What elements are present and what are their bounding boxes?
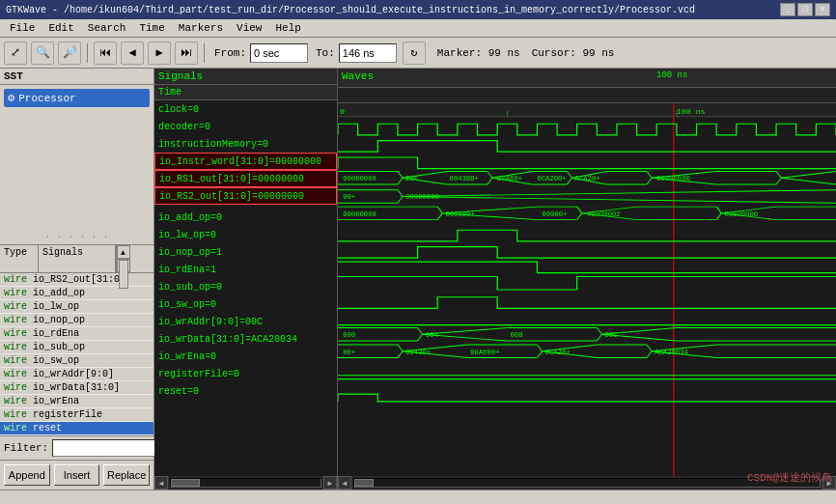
sig-lw-op: io_lw_op=0 [154,226,337,243]
marker-display: Marker: 99 ns [437,47,520,59]
signal-type: wire [4,369,33,379]
signal-type: wire [4,355,33,366]
sig-io-instr-word: io_Instr_word[31:0]=00000000 [154,153,337,170]
window-controls: _ □ × [780,3,830,16]
svg-text:00000000: 00000000 [656,175,690,182]
svg-text:100 ns: 100 ns [677,107,706,116]
list-item[interactable]: wire io_wrEna [0,395,153,408]
svg-text:8CA20+: 8CA20+ [545,349,571,356]
menu-bar: File Edit Search Time Markers View Help [0,19,836,38]
signal-name: io_wrData[31:0] [33,382,120,393]
list-item[interactable]: wire io_nop_op [0,314,153,327]
sig-decoder: decoder=0 [154,118,337,135]
waves-scroll-right[interactable]: ▶ [822,476,836,490]
waves-content[interactable]: 0 100 ns [338,103,836,476]
main-area: SST ⚙ Processor · · · · · · Type Signals… [0,69,836,490]
svg-text:8CA200+: 8CA200+ [537,175,566,182]
sig-instr-mem: instructionMemory=0 [154,135,337,153]
toolbar-separator-2 [204,43,205,63]
signals-middle-panel: Signals Time clock=0 decoder=0 instructi… [154,69,338,490]
to-label: To: [316,47,335,59]
maximize-button[interactable]: □ [797,3,813,16]
signal-name: io_nop_op [33,315,85,325]
list-item[interactable]: wire registerFile [0,408,153,422]
insert-button[interactable]: Insert [54,464,100,486]
reload-button[interactable]: ↻ [403,42,426,65]
scroll-thumb[interactable] [119,260,128,289]
menu-help[interactable]: Help [269,20,306,36]
waves-header: Waves 100 ns [338,69,836,88]
menu-edit[interactable]: Edit [42,20,79,36]
svg-rect-1 [338,103,836,118]
menu-file[interactable]: File [4,20,41,36]
svg-text:000000+: 000000+ [445,210,474,218]
sig-nop-op: io_nop_op=1 [154,243,337,261]
sst-panel: SST ⚙ Processor · · · · · · Type Signals… [0,69,154,490]
processor-icon: ⚙ [8,91,14,105]
go-start-button[interactable]: ⏮ [94,42,117,65]
minimize-button[interactable]: _ [780,3,795,16]
filter-label: Filter: [4,442,48,454]
signals-h-scroll[interactable]: ◀ ▶ [154,476,337,490]
from-input[interactable] [250,43,308,63]
sig-clock: clock=0 [154,100,337,118]
zoom-in-button[interactable]: 🔍 [31,42,54,65]
svg-text:0: 0 [340,107,345,116]
signal-type: wire [4,342,33,352]
toolbar: ⤢ 🔍 🔎 ⏮ ◀ ▶ ⏭ From: To: ↻ Marker: 99 ns … [0,38,836,69]
time-100ns-label: 100 ns [656,70,687,80]
signal-type: wire [4,301,33,312]
toolbar-separator-1 [87,43,88,63]
signal-type: wire [4,328,33,339]
list-item[interactable]: wire io_sub_op [0,341,153,354]
list-item-selected[interactable]: wire reset [0,422,153,435]
scroll-left[interactable]: ◀ [154,476,168,490]
svg-text:00430+: 00430+ [405,349,431,356]
go-next-button[interactable]: ▶ [148,42,171,65]
type-col-header: Type [0,245,39,272]
list-item[interactable]: wire io_sw_op [0,354,153,368]
list-item[interactable]: wire io_lw_op [0,300,153,314]
menu-markers[interactable]: Markers [173,20,229,36]
svg-text:ACA20034: ACA20034 [655,349,688,356]
sig-io-rs1-out: io_RS1_out[31:0]=00000000 [154,170,337,187]
svg-text:00000000: 00000000 [724,210,758,218]
menu-view[interactable]: View [231,20,267,36]
to-input[interactable] [339,43,397,63]
go-end-button[interactable]: ⏭ [175,42,198,65]
menu-time[interactable]: Time [133,20,170,36]
go-prev-button[interactable]: ◀ [121,42,144,65]
svg-text:004: 004 [426,331,438,339]
signal-name: io_RS2_out[31:0] [33,274,125,285]
waves-panel: Waves 100 ns 0 100 ns [338,69,836,490]
sst-processor-item[interactable]: ⚙ Processor [4,89,150,107]
zoom-out-button[interactable]: 🔎 [58,42,81,65]
scroll-thumb-h[interactable] [171,479,200,487]
scroll-up-arrow[interactable]: ▲ [117,245,130,259]
signal-name: io_wrEna [33,396,79,406]
list-item[interactable]: wire io_rdEna [0,327,153,341]
list-item[interactable]: wire io_wrAddr[9:0] [0,368,153,381]
sig-wrdata: io_wrData[31:0]=ACA20034 [154,330,337,348]
sig-sw-op: io_sw_op=0 [154,295,337,313]
signal-type: wire [4,409,33,420]
svg-text:00000002: 00000002 [587,210,621,218]
svg-text:00000000: 00000000 [405,194,439,202]
list-scrollbar[interactable]: ▲ ▼ [116,245,129,272]
action-buttons: Append Insert Replace [0,460,153,490]
menu-search[interactable]: Search [82,20,132,36]
replace-button[interactable]: Replace [103,464,150,486]
close-button[interactable]: × [815,3,830,16]
waves-scroll-thumb[interactable] [354,479,374,487]
zoom-fit-button[interactable]: ⤢ [4,42,27,65]
list-item[interactable]: wire io_wrData[31:0] [0,381,153,395]
sst-processor-label: Processor [18,93,75,104]
title-text: GTKWave - /home/ikun604/Third_part/test_… [6,5,695,15]
waves-h-scroll[interactable]: ◀ ▶ [338,476,836,490]
append-button[interactable]: Append [4,464,50,486]
scroll-right[interactable]: ▶ [323,476,337,490]
list-item[interactable]: wire io_RS2_out[31:0] [0,273,153,287]
list-item[interactable]: wire io_add_op [0,287,153,300]
signal-type: wire [4,423,33,434]
waves-scroll-left[interactable]: ◀ [338,476,351,490]
